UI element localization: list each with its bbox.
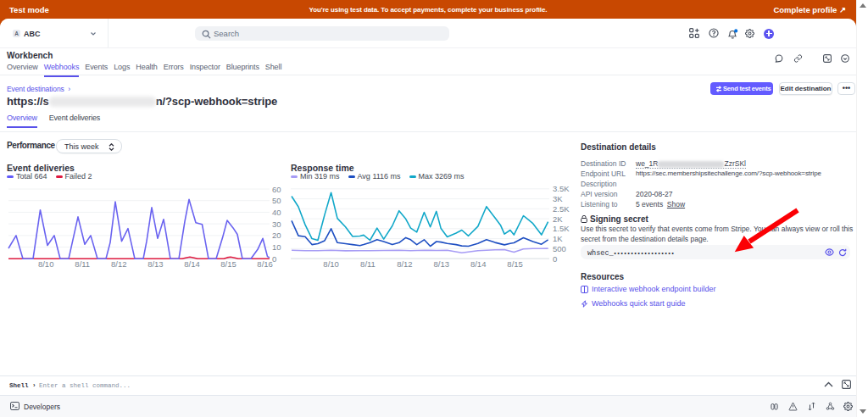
svg-text:20: 20 bbox=[272, 231, 281, 240]
svg-text:8/12: 8/12 bbox=[397, 259, 413, 269]
svg-text:2K: 2K bbox=[553, 214, 563, 224]
svg-text:8/12: 8/12 bbox=[111, 259, 127, 269]
svg-text:1K: 1K bbox=[553, 234, 563, 243]
svg-text:8/16: 8/16 bbox=[257, 259, 273, 269]
svg-text:8/14: 8/14 bbox=[470, 259, 487, 269]
svg-text:8/15: 8/15 bbox=[507, 259, 523, 269]
svg-text:60: 60 bbox=[272, 185, 281, 194]
svg-text:30: 30 bbox=[272, 220, 281, 229]
svg-text:500: 500 bbox=[553, 244, 566, 253]
svg-text:3K: 3K bbox=[553, 194, 563, 203]
svg-text:8/11: 8/11 bbox=[360, 259, 376, 269]
svg-text:8/10: 8/10 bbox=[38, 259, 54, 269]
svg-text:1.5K: 1.5K bbox=[553, 224, 570, 233]
svg-text:10: 10 bbox=[272, 242, 281, 252]
svg-text:8/10: 8/10 bbox=[323, 259, 339, 269]
svg-text:0: 0 bbox=[553, 254, 557, 264]
svg-text:8/13: 8/13 bbox=[434, 259, 450, 269]
svg-text:40: 40 bbox=[272, 208, 281, 217]
svg-text:2.5K: 2.5K bbox=[553, 204, 570, 214]
svg-text:8/14: 8/14 bbox=[184, 259, 200, 269]
svg-text:3.5K: 3.5K bbox=[553, 184, 570, 193]
svg-text:8/13: 8/13 bbox=[147, 259, 164, 269]
svg-text:50: 50 bbox=[272, 196, 281, 205]
svg-text:8/15: 8/15 bbox=[220, 259, 236, 269]
svg-text:8/11: 8/11 bbox=[75, 259, 90, 269]
